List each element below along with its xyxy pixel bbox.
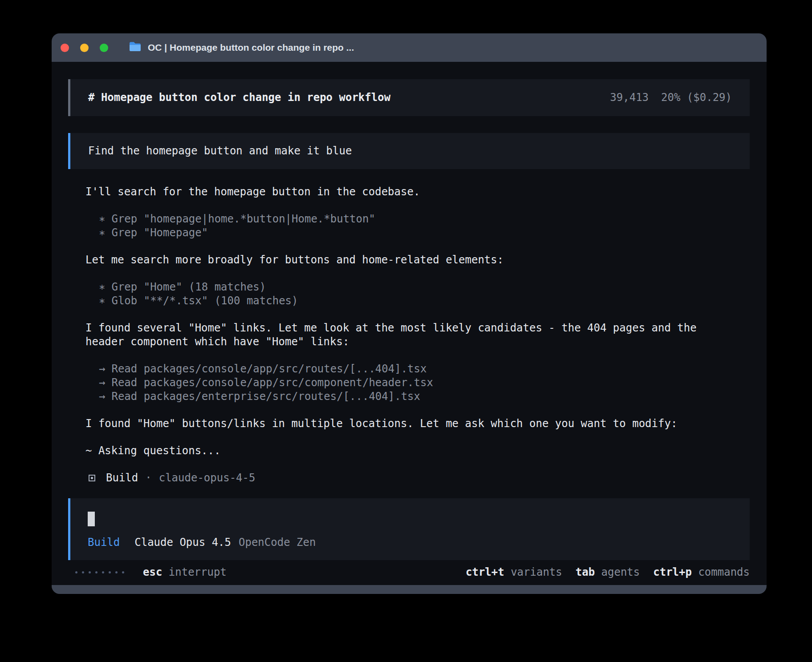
spinner-dot: [82, 571, 84, 573]
prompt-input[interactable]: Build Claude Opus 4.5 OpenCode Zen: [68, 498, 750, 560]
tool-call-text: Read packages/console/app/src/routes/[..…: [111, 363, 426, 375]
assistant-text: I'll search for the homepage button in t…: [85, 185, 735, 199]
text-cursor: [88, 512, 95, 526]
keyboard-hint: tab agents: [576, 565, 640, 579]
tool-call-text: Grep "Homepage": [111, 226, 208, 239]
traffic-lights: [61, 44, 108, 52]
assistant-text: I found "Home" buttons/links in multiple…: [85, 417, 735, 431]
interrupt-hint: esc interrupt: [143, 565, 227, 579]
agent-model: claude-opus-4-5: [159, 471, 256, 485]
user-message-text: Find the homepage button and make it blu…: [88, 145, 352, 157]
hint-key: ctrl+t: [466, 566, 504, 578]
window-bottom-edge: [52, 585, 767, 594]
tool-call-line: ∗Grep "homepage|home.*button|Home.*butto…: [85, 212, 735, 226]
spinner-dot: [102, 571, 104, 573]
tool-asterisk-icon: ∗: [99, 226, 105, 239]
hint-key: tab: [576, 566, 595, 578]
model-label: Claude Opus 4.5: [134, 536, 231, 549]
assistant-text: ~ Asking questions...: [85, 444, 735, 458]
hint-key: esc: [143, 566, 162, 578]
spinner-dot: [109, 571, 111, 573]
read-arrow-icon: →: [99, 390, 105, 403]
spinner-dot: [115, 571, 118, 573]
tool-asterisk-icon: ∗: [99, 213, 105, 225]
assistant-text: I found several "Home" links. Let me loo…: [85, 321, 735, 349]
tool-call-text: Glob "**/*.tsx" (100 matches): [111, 295, 298, 307]
window-title-area: OC | Homepage button color change in rep…: [129, 41, 354, 54]
session-title: # Homepage button color change in repo w…: [88, 91, 390, 105]
read-arrow-icon: →: [99, 363, 105, 375]
provider-label: OpenCode Zen: [239, 536, 316, 549]
hint-label: agents: [601, 566, 640, 578]
context-usage: 20% ($0.29): [661, 91, 732, 104]
status-hints: ctrl+t variantstab agentsctrl+p commands: [466, 565, 750, 579]
close-button[interactable]: [61, 44, 69, 52]
agent-square-icon: [89, 475, 95, 481]
hint-key: ctrl+p: [653, 566, 692, 578]
tool-call-line: →Read packages/console/app/src/routes/[.…: [85, 362, 735, 376]
tool-asterisk-icon: ∗: [99, 295, 105, 307]
tool-call-line: ∗Grep "Homepage": [85, 226, 735, 240]
hint-label: variants: [511, 566, 562, 578]
status-bar: esc interrupt ctrl+t variantstab agentsc…: [68, 565, 750, 579]
session-header: # Homepage button color change in repo w…: [68, 79, 750, 116]
tool-call-text: Grep "homepage|home.*button|Home.*button…: [111, 213, 375, 225]
terminal-window: OC | Homepage button color change in rep…: [52, 33, 767, 594]
tool-call-line: →Read packages/enterprise/src/routes/[..…: [85, 390, 735, 404]
tool-call-line: →Read packages/console/app/src/component…: [85, 376, 735, 390]
tool-call-group: ∗Grep "Home" (18 matches)∗Glob "**/*.tsx…: [85, 280, 735, 308]
window-title: OC | Homepage button color change in rep…: [148, 42, 354, 53]
agent-name: Build: [106, 471, 138, 485]
folder-icon: [129, 41, 142, 54]
hint-label: interrupt: [169, 566, 227, 578]
conversation: I'll search for the homepage button in t…: [85, 185, 735, 498]
session-stats: 39,41320% ($0.29): [610, 91, 732, 105]
minimize-button[interactable]: [80, 44, 89, 52]
tool-call-text: Read packages/console/app/src/component/…: [111, 376, 433, 389]
zoom-button[interactable]: [100, 44, 108, 52]
user-message: Find the homepage button and make it blu…: [68, 133, 750, 169]
keyboard-hint: ctrl+p commands: [653, 565, 750, 579]
token-count: 39,413: [610, 91, 649, 104]
input-meta: Build Claude Opus 4.5 OpenCode Zen: [88, 536, 732, 549]
separator-dot: ·: [145, 471, 151, 485]
spinner-dot: [95, 571, 97, 573]
terminal-body: # Homepage button color change in repo w…: [52, 62, 767, 585]
window-titlebar[interactable]: OC | Homepage button color change in rep…: [52, 33, 767, 62]
spinner-dots: [75, 571, 124, 573]
status-left: esc interrupt: [75, 565, 227, 579]
spinner-dot: [75, 571, 77, 573]
tool-call-text: Read packages/enterprise/src/routes/[...…: [111, 390, 420, 403]
tool-call-line: ∗Glob "**/*.tsx" (100 matches): [85, 294, 735, 308]
tool-call-group: ∗Grep "homepage|home.*button|Home.*butto…: [85, 212, 735, 240]
spinner-dot: [122, 571, 124, 573]
agent-status-line: Build·claude-opus-4-5: [85, 471, 735, 485]
read-arrow-icon: →: [99, 376, 105, 389]
hint-label: commands: [698, 566, 750, 578]
assistant-text: Let me search more broadly for buttons a…: [85, 253, 735, 267]
spinner-dot: [89, 571, 91, 573]
tool-call-text: Grep "Home" (18 matches): [111, 281, 266, 293]
keyboard-hint: ctrl+t variants: [466, 565, 562, 579]
tool-call-line: ∗Grep "Home" (18 matches): [85, 280, 735, 294]
agent-mode-label: Build: [88, 536, 120, 549]
tool-asterisk-icon: ∗: [99, 281, 105, 293]
tool-call-group: →Read packages/console/app/src/routes/[.…: [85, 362, 735, 404]
